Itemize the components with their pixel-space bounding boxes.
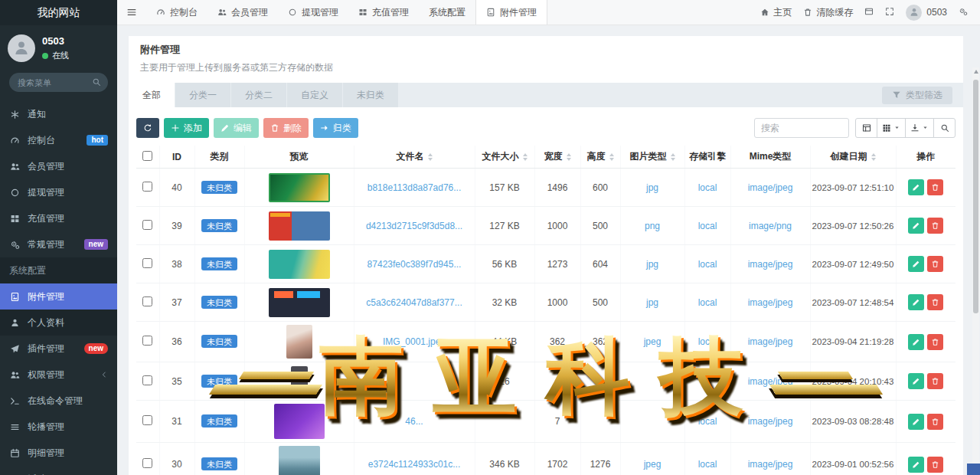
storage-engine-link[interactable]: local (698, 182, 717, 193)
tab-dashboard[interactable]: 控制台 (146, 0, 207, 25)
refresh-button[interactable] (136, 118, 159, 138)
storage-engine-link[interactable]: local (698, 221, 717, 231)
search-toggle-button[interactable] (933, 118, 956, 138)
storage-engine-link[interactable]: local (698, 459, 717, 470)
delete-row-button[interactable] (927, 294, 943, 310)
select-all-checkbox[interactable] (142, 151, 152, 161)
tab-withdrawals[interactable]: 提现管理 (278, 0, 348, 25)
col-width[interactable]: 宽度 (534, 146, 580, 169)
mime-link[interactable]: image/png (749, 221, 792, 231)
mime-link[interactable]: image/jpeg (748, 459, 793, 470)
toggle-pagination-button[interactable] (855, 118, 877, 138)
add-button[interactable]: 添加 (164, 118, 209, 138)
mime-link[interactable]: image/jpeg (748, 182, 793, 193)
preview-thumbnail[interactable] (286, 325, 312, 359)
file-link[interactable]: b818e113d8a87ad76... (368, 182, 462, 193)
file-link[interactable]: d4213d2715c9f3d5d8... (366, 221, 462, 231)
tab-attachments[interactable]: 附件管理 (475, 0, 547, 25)
row-checkbox[interactable] (142, 375, 152, 385)
preview-thumbnail[interactable] (269, 250, 330, 279)
delete-row-button[interactable] (927, 334, 943, 350)
mime-link[interactable]: image/jpeg (748, 416, 793, 427)
hamburger-menu-icon[interactable] (117, 0, 146, 25)
columns-button[interactable] (877, 118, 906, 138)
file-link[interactable]: e3724c1124933c01c... (368, 459, 461, 470)
user-menu[interactable]: 0503 (906, 5, 947, 21)
preview-thumbnail[interactable] (269, 211, 330, 241)
file-link[interactable]: 87423fe0c389f7d945... (368, 259, 462, 270)
mime-link[interactable]: image/jpeg (748, 297, 793, 308)
edit-row-button[interactable] (908, 256, 924, 272)
edit-row-button[interactable] (908, 457, 924, 473)
home-link[interactable]: 主页 (760, 6, 792, 19)
filter-tab-all[interactable]: 全部 (129, 83, 175, 107)
delete-row-button[interactable] (927, 457, 943, 473)
edit-row-button[interactable] (908, 334, 924, 350)
row-checkbox[interactable] (142, 220, 152, 230)
type-filter-button[interactable]: 类型筛选 (882, 87, 952, 104)
mime-link[interactable]: image/jpeg (748, 336, 793, 347)
col-filesize[interactable]: 文件大小 (475, 146, 534, 169)
tab-recharge[interactable]: 充值管理 (348, 0, 419, 25)
sidebar-item-statement[interactable]: 明细管理 (0, 440, 117, 466)
col-create-date[interactable]: 创建日期 (810, 146, 896, 169)
tab-members[interactable]: 会员管理 (207, 0, 278, 25)
mime-link[interactable]: image/jpeg (748, 376, 793, 387)
sidebar-item-profile[interactable]: 个人资料 (0, 310, 117, 336)
col-height[interactable]: 高度 (580, 146, 620, 169)
edit-row-button[interactable] (908, 294, 924, 310)
delete-row-button[interactable] (927, 256, 943, 272)
file-link[interactable]: IMG_0001.jpeg (383, 336, 446, 347)
scroll-up-arrow[interactable] (974, 70, 978, 74)
table-search-input[interactable] (754, 118, 849, 138)
image-type-link[interactable]: jpeg (644, 336, 662, 347)
edit-row-button[interactable] (908, 373, 924, 389)
row-checkbox[interactable] (142, 458, 152, 468)
sidebar-item-plugins[interactable]: 插件管理new (0, 336, 117, 362)
scrollbar-thumb[interactable] (973, 80, 978, 313)
filter-tab-category-1[interactable]: 分类一 (175, 83, 230, 107)
storage-engine-link[interactable]: local (698, 297, 717, 308)
sidebar-item-dashboard[interactable]: 控制台hot (0, 127, 117, 153)
file-link[interactable]: c5a3c624047d8af377... (366, 297, 462, 308)
file-link[interactable]: 46... (405, 416, 423, 427)
delete-row-button[interactable] (927, 179, 943, 195)
preview-thumbnail[interactable] (279, 446, 320, 475)
clear-cache-button[interactable]: 清除缓存 (803, 6, 853, 19)
row-checkbox[interactable] (142, 296, 152, 306)
sidebar-item-permissions[interactable]: 权限管理 (0, 362, 117, 388)
image-type-link[interactable]: png (645, 221, 660, 231)
storage-engine-link[interactable]: local (698, 416, 717, 427)
delete-button[interactable]: 删除 (263, 118, 309, 138)
clear-tabs-icon[interactable] (864, 7, 874, 18)
preview-thumbnail[interactable] (291, 366, 308, 397)
image-type-link[interactable]: jpg (646, 297, 658, 308)
sidebar-item-members[interactable]: 会员管理 (0, 153, 117, 179)
tab-system-config[interactable]: 系统配置 (419, 0, 475, 25)
delete-row-button[interactable] (927, 218, 943, 234)
classify-button[interactable]: 归类 (313, 118, 358, 138)
edit-button[interactable]: 编辑 (214, 118, 259, 138)
vertical-scrollbar[interactable] (972, 67, 979, 475)
sidebar-item-notifications[interactable]: 通知 (0, 101, 117, 127)
export-button[interactable] (905, 118, 934, 138)
edit-row-button[interactable] (908, 414, 924, 430)
mime-link[interactable]: image/jpeg (748, 259, 793, 270)
image-type-link[interactable]: jpg (646, 182, 658, 193)
row-checkbox[interactable] (142, 258, 152, 268)
settings-gears-icon[interactable] (959, 7, 968, 18)
row-checkbox[interactable] (142, 415, 152, 425)
filter-tab-unclassified[interactable]: 未归类 (343, 83, 398, 107)
col-filename[interactable]: 文件名 (354, 146, 475, 169)
fullscreen-icon[interactable] (885, 7, 894, 18)
filter-tab-custom[interactable]: 自定义 (287, 83, 342, 107)
col-image-type[interactable]: 图片类型 (620, 146, 684, 169)
storage-engine-link[interactable]: local (698, 259, 717, 270)
preview-thumbnail[interactable] (269, 288, 330, 317)
filter-tab-category-2[interactable]: 分类二 (231, 83, 286, 107)
sidebar-item-attachments[interactable]: 附件管理 (0, 283, 117, 310)
sidebar-item-recharge[interactable]: 充值管理 (0, 205, 117, 231)
sidebar-item-withdrawals[interactable]: 提现管理 (0, 179, 117, 205)
edit-row-button[interactable] (908, 218, 924, 234)
image-type-link[interactable]: jpeg (644, 459, 662, 470)
